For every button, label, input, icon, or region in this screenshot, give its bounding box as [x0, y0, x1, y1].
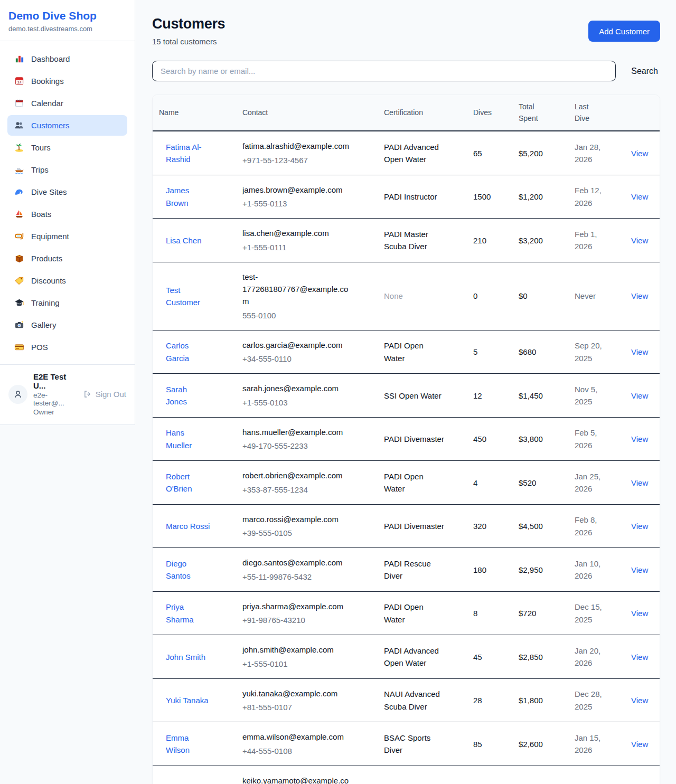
table-row: Sarah Jones sarah.jones@example.com +1-5…: [153, 374, 660, 418]
add-customer-button[interactable]: Add Customer: [588, 21, 660, 42]
customers-table: NameContactCertificationDivesTotal Spent…: [153, 95, 660, 784]
customer-phone: +39-555-0105: [242, 527, 371, 539]
sidebar-item-dive-sites[interactable]: Dive Sites: [7, 182, 127, 202]
table-row: John Smith john.smith@example.com +1-555…: [153, 635, 660, 679]
table-row: James Brown james.brown@example.com +1-5…: [153, 175, 660, 219]
sidebar-item-products[interactable]: Products: [7, 248, 127, 269]
customer-name-link[interactable]: Hans Mueller: [166, 427, 210, 451]
box-icon: [14, 253, 24, 263]
last-dive-cell: Dec 15, 2025: [575, 601, 605, 626]
person-icon: [13, 389, 23, 400]
view-link[interactable]: View: [631, 347, 648, 356]
customer-email: diego.santos@example.com: [242, 556, 351, 569]
table-row: Fatima Al-Rashid fatima.alrashid@example…: [153, 131, 660, 175]
table-row: Diego Santos diego.santos@example.com +5…: [153, 548, 660, 592]
dives-cell: 45: [467, 635, 512, 679]
last-dive-cell: Nov 5, 2025: [575, 383, 605, 408]
customer-phone: +49-170-555-2233: [242, 440, 371, 452]
customer-name-link[interactable]: Keiko Yamamoto: [166, 781, 210, 784]
customer-name-link[interactable]: Lisa Chen: [166, 234, 202, 247]
view-link[interactable]: View: [631, 149, 648, 158]
speedboat-icon: [14, 165, 24, 175]
spiral-calendar-icon: [14, 98, 24, 108]
dives-cell: 210: [467, 219, 512, 262]
sidebar-item-bookings[interactable]: 17 Bookings: [7, 71, 127, 91]
view-link[interactable]: View: [631, 696, 648, 705]
certification-cell: BSAC Sports Diver: [384, 732, 445, 757]
column-header: Name: [153, 95, 236, 131]
sidebar-item-customers[interactable]: Customers: [7, 115, 127, 136]
customer-name-link[interactable]: Diego Santos: [166, 558, 210, 582]
customer-phone: +44-555-0108: [242, 745, 371, 757]
sidebar-item-discounts[interactable]: Discounts: [7, 270, 127, 291]
view-link[interactable]: View: [631, 565, 648, 574]
customer-name-link[interactable]: John Smith: [166, 651, 205, 663]
view-link[interactable]: View: [631, 192, 648, 201]
certification-cell: PADI Advanced Open Water: [384, 141, 445, 166]
customer-name-link[interactable]: Robert O'Brien: [166, 470, 210, 495]
last-dive-cell: Feb 1, 2026: [575, 228, 605, 253]
customer-name-link[interactable]: James Brown: [166, 184, 210, 209]
certification-cell: PADI Advanced Open Water: [384, 645, 445, 669]
view-link[interactable]: View: [631, 522, 648, 531]
sidebar-item-label: Products: [31, 254, 62, 263]
last-dive-cell: Feb 10, 2026: [575, 781, 605, 784]
total-spent-cell: $2,600: [512, 722, 568, 766]
view-link[interactable]: View: [631, 740, 648, 749]
last-dive-cell: Jan 10, 2026: [575, 558, 605, 582]
dives-cell: 85: [467, 722, 512, 766]
table-row: Robert O'Brien robert.obrien@example.com…: [153, 461, 660, 505]
customer-name-link[interactable]: Carlos Garcia: [166, 339, 210, 364]
view-link[interactable]: View: [631, 653, 648, 662]
credit-card-icon: [14, 342, 24, 352]
sidebar-item-label: Dive Sites: [31, 187, 67, 196]
sidebar-item-boats[interactable]: Boats: [7, 204, 127, 224]
customer-name-link[interactable]: Priya Sharma: [166, 601, 210, 626]
certification-cell: PADI Advanced Open Water: [384, 781, 445, 784]
sidebar-item-pos[interactable]: POS: [7, 337, 127, 357]
customer-name-link[interactable]: Sarah Jones: [166, 383, 210, 408]
customer-email: lisa.chen@example.com: [242, 227, 351, 239]
customer-phone: +91-98765-43210: [242, 614, 371, 626]
sidebar: Demo Dive Shop demo.test.divestreams.com…: [0, 0, 135, 425]
customer-name-link[interactable]: Fatima Al-Rashid: [166, 141, 210, 166]
view-link[interactable]: View: [631, 391, 648, 400]
customer-name-link[interactable]: Test Customer: [166, 284, 210, 309]
sidebar-item-training[interactable]: Training: [7, 292, 127, 313]
view-link[interactable]: View: [631, 236, 648, 245]
customer-email: hans.mueller@example.com: [242, 426, 351, 438]
sidebar-item-equipment[interactable]: Equipment: [7, 226, 127, 247]
sidebar-item-label: Boats: [31, 210, 51, 219]
last-dive-cell: Jan 28, 2026: [575, 141, 605, 166]
certification-cell: PADI Open Water: [384, 339, 445, 364]
sign-out-button[interactable]: Sign Out: [83, 390, 126, 399]
customer-email: test-1772681807767@example.com: [242, 271, 351, 308]
sidebar-item-gallery[interactable]: Gallery: [7, 315, 127, 335]
total-spent-cell: $2,100: [512, 766, 568, 784]
sidebar-item-tours[interactable]: Tours: [7, 137, 127, 158]
main-content: Customers 15 total customers Add Custome…: [135, 0, 676, 784]
dives-cell: 8: [467, 591, 512, 635]
sidebar-item-calendar[interactable]: Calendar: [7, 93, 127, 114]
sign-out-label: Sign Out: [96, 390, 126, 399]
certification-cell: PADI Instructor: [384, 191, 445, 203]
dives-cell: 0: [467, 262, 512, 330]
dives-cell: 5: [467, 330, 512, 374]
last-dive-cell: Jan 25, 2026: [575, 470, 605, 495]
dives-cell: 180: [467, 548, 512, 592]
customer-name-link[interactable]: Emma Wilson: [166, 732, 210, 757]
sidebar-item-dashboard[interactable]: Dashboard: [7, 49, 127, 69]
dives-cell: 450: [467, 417, 512, 461]
view-link[interactable]: View: [631, 434, 648, 443]
view-link[interactable]: View: [631, 609, 648, 618]
customer-phone: +1-555-0103: [242, 396, 371, 409]
last-dive-cell: Sep 20, 2025: [575, 339, 605, 364]
search-input[interactable]: [152, 61, 616, 81]
view-link[interactable]: View: [631, 478, 648, 487]
total-spent-cell: $1,450: [512, 374, 568, 418]
search-button[interactable]: Search: [629, 67, 660, 76]
view-link[interactable]: View: [631, 291, 648, 300]
customer-name-link[interactable]: Marco Rossi: [166, 520, 210, 532]
sidebar-item-trips[interactable]: Trips: [7, 159, 127, 180]
customer-name-link[interactable]: Yuki Tanaka: [166, 694, 209, 706]
